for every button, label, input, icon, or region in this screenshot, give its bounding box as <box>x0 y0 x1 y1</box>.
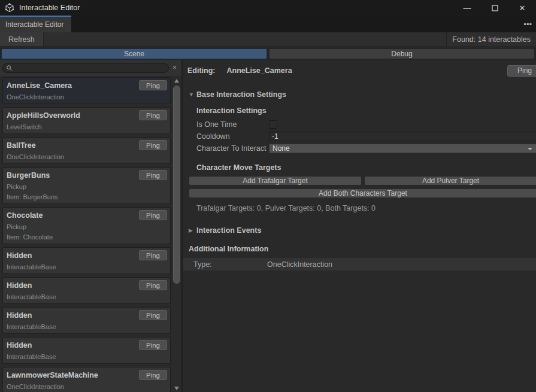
ping-button[interactable]: Ping <box>139 340 167 350</box>
list-item[interactable]: Hidden Ping InteractableBase <box>2 307 171 334</box>
list-item[interactable]: AppleHillsOverworld Ping LevelSwitch <box>2 107 171 134</box>
character-to-interact-dropdown[interactable]: None <box>269 144 536 153</box>
view-tab-bar: Scene Debug <box>0 47 536 60</box>
foldout-open-icon: ▼ <box>189 92 196 98</box>
tab-debug[interactable]: Debug <box>269 48 535 59</box>
base-settings-foldout[interactable]: ▼ Base Interaction Settings <box>186 90 536 99</box>
item-title: BallTree <box>7 141 36 150</box>
item-title: AnneLise_Camera <box>7 81 72 90</box>
search-icon <box>6 65 13 71</box>
is-one-time-checkbox[interactable] <box>269 120 277 129</box>
window-title: Interactable Editor <box>19 4 80 12</box>
item-subtitle: Item: Chocolate <box>7 233 167 241</box>
ping-button[interactable]: Ping <box>139 80 167 90</box>
clear-search-button[interactable]: × <box>169 63 180 72</box>
list-item[interactable]: BurgerBuns Ping PickupItem: BurgerBuns <box>2 167 171 204</box>
list-item-header: Hidden Ping <box>7 310 167 320</box>
list-item-header: BurgerBuns Ping <box>7 170 167 180</box>
character-to-interact-label: Character To Interact <box>196 144 269 153</box>
item-subtitle: Pickup <box>7 223 167 230</box>
close-button[interactable]: ✕ <box>508 0 536 16</box>
list-item-header: AppleHillsOverworld Ping <box>7 110 167 120</box>
item-lines: OneClickInteraction <box>7 383 167 390</box>
list-item[interactable]: LawnmowerStateMachine Ping OneClickInter… <box>2 367 171 392</box>
ping-button[interactable]: Ping <box>139 170 167 180</box>
list-item[interactable]: AnneLise_Camera Ping OneClickInteraction <box>2 77 171 104</box>
scroll-up-icon[interactable] <box>172 77 181 84</box>
add-trafalgar-target-button[interactable]: Add Trafalgar Target <box>189 176 362 186</box>
add-both-characters-target-button[interactable]: Add Both Characters Target <box>189 189 536 198</box>
ping-button[interactable]: Ping <box>139 110 167 120</box>
list-item-header: LawnmowerStateMachine Ping <box>7 370 167 380</box>
item-subtitle: InteractableBase <box>7 323 167 330</box>
item-lines: LevelSwitch <box>7 123 167 130</box>
item-lines: InteractableBase <box>7 323 167 330</box>
tab-interactable-editor[interactable]: Interactable Editor <box>0 16 71 32</box>
ping-button[interactable]: Ping <box>139 140 167 150</box>
list-body: AnneLise_Camera Ping OneClickInteraction… <box>0 76 181 392</box>
item-subtitle: InteractableBase <box>7 353 167 360</box>
item-lines: OneClickInteraction <box>7 93 167 101</box>
kebab-menu-icon[interactable]: ••• <box>519 16 536 32</box>
ping-editing-button[interactable]: Ping <box>507 65 536 77</box>
list-item[interactable]: Chocolate Ping PickupItem: Chocolate <box>2 207 171 244</box>
item-title: AppleHillsOverworld <box>7 111 80 120</box>
ping-button[interactable]: Ping <box>139 370 167 380</box>
tab-label: Interactable Editor <box>5 20 63 29</box>
search-input[interactable] <box>13 64 168 72</box>
tab-scene[interactable]: Scene <box>1 48 267 59</box>
content-area: × AnneLise_Camera Ping OneClickInteracti… <box>0 60 536 392</box>
list-item-header: AnneLise_Camera Ping <box>7 80 167 90</box>
cooldown-label: Cooldown <box>196 132 269 141</box>
item-title: Hidden <box>7 311 32 320</box>
scroll-thumb[interactable] <box>173 86 180 284</box>
interactable-editor-window: Interactable Editor — ✕ Interactable Edi… <box>0 0 536 392</box>
vertical-scrollbar[interactable] <box>172 77 181 392</box>
ping-button[interactable]: Ping <box>139 310 167 320</box>
chevron-down-icon <box>528 148 532 150</box>
list-item-header: Hidden Ping <box>7 340 167 350</box>
interaction-events-foldout[interactable]: ▶ Interaction Events <box>186 226 536 235</box>
interaction-settings-header: Interaction Settings <box>196 107 536 115</box>
list-item[interactable]: Hidden Ping InteractableBase <box>2 337 171 364</box>
item-subtitle: Item: BurgerBuns <box>7 193 167 200</box>
foldout-closed-icon: ▶ <box>189 227 196 233</box>
ping-button[interactable]: Ping <box>139 250 167 260</box>
minimize-button[interactable]: — <box>453 0 481 16</box>
item-title: Hidden <box>7 341 32 350</box>
list-item[interactable]: BallTree Ping OneClickInteraction <box>2 137 171 164</box>
cooldown-row: Cooldown <box>196 130 536 142</box>
item-lines: InteractableBase <box>7 263 167 271</box>
item-subtitle: Pickup <box>7 183 167 190</box>
type-row: Type: OneClickInteraction <box>183 258 536 271</box>
search-row: × <box>0 60 181 76</box>
item-lines: InteractableBase <box>7 353 167 360</box>
is-one-time-label: Is One Time <box>196 120 269 129</box>
type-value: OneClickInteraction <box>267 260 332 269</box>
list-item[interactable]: Hidden Ping InteractableBase <box>2 277 171 304</box>
item-lines: OneClickInteraction <box>7 153 167 160</box>
inspector-panel: Editing: AnneLise_Camera Ping ▼ Base Int… <box>183 60 536 392</box>
search-box[interactable] <box>2 63 169 73</box>
editor-toolbar: Refresh Found: 14 interactables <box>0 32 536 47</box>
list-item-header: BallTree Ping <box>7 140 167 150</box>
type-label: Type: <box>193 260 267 269</box>
item-lines: InteractableBase <box>7 293 167 300</box>
item-title: BurgerBuns <box>7 171 50 180</box>
scroll-down-icon[interactable] <box>172 385 181 392</box>
cooldown-field[interactable] <box>269 132 536 141</box>
ping-button[interactable]: Ping <box>139 280 167 290</box>
ping-button[interactable]: Ping <box>139 210 167 220</box>
list-item[interactable]: Hidden Ping InteractableBase <box>2 247 171 274</box>
list-item-header: Hidden Ping <box>7 250 167 260</box>
add-pulver-target-button[interactable]: Add Pulver Target <box>364 176 536 186</box>
tab-strip: Interactable Editor ••• <box>0 16 536 32</box>
scroll-track[interactable] <box>172 84 181 385</box>
list-item-header: Chocolate Ping <box>7 210 167 220</box>
item-lines: PickupItem: BurgerBuns <box>7 183 167 200</box>
item-subtitle: InteractableBase <box>7 263 167 271</box>
list-item-header: Hidden Ping <box>7 280 167 290</box>
refresh-button[interactable]: Refresh <box>0 32 44 46</box>
item-title: LawnmowerStateMachine <box>7 371 98 379</box>
maximize-button[interactable] <box>481 0 508 16</box>
